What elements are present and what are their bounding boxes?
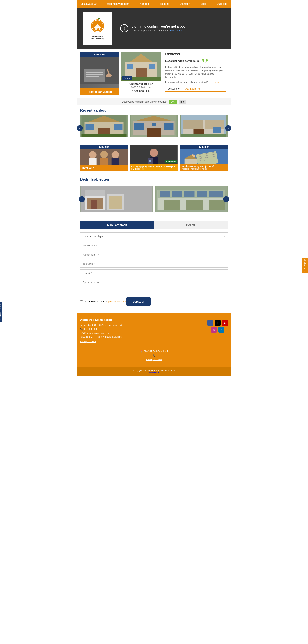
footer-privacy-link[interactable]: Privacy Contact: [80, 340, 96, 343]
carousel-items: [80, 115, 228, 137]
learn-more-link[interactable]: Learn more: [169, 29, 182, 32]
form-section: Maak afspraak Bel mij Kies een vestiging…: [77, 216, 231, 313]
promo-klik-hier-1: Klik hier: [80, 144, 128, 149]
footer-left: Appletree Makelaardij Julianastraat 64 |…: [80, 318, 208, 343]
svg-rect-10: [84, 70, 105, 82]
svg-rect-29: [81, 134, 126, 137]
bedrijfs-prev-button[interactable]: ‹: [79, 196, 85, 202]
svg-rect-84: [209, 200, 226, 210]
svg-rect-27: [86, 124, 94, 130]
svg-point-55: [149, 160, 151, 162]
cookie-text: Deze website maakt gebruik van cookies.: [122, 100, 167, 103]
list-item[interactable]: [180, 115, 228, 137]
list-item[interactable]: [80, 115, 128, 137]
form-tab-bel[interactable]: Bel mij: [154, 221, 228, 229]
featured-property-image: Nieuw: [121, 52, 161, 81]
tab-aankoop[interactable]: Aankoop (7): [183, 86, 202, 92]
nav-item-blog[interactable]: Blog: [199, 2, 208, 5]
rating-label: Beoordelingen gemiddelde: [165, 59, 200, 62]
privacy-link[interactable]: privacyverklaring: [108, 300, 126, 303]
opmerkingen-input[interactable]: [80, 278, 228, 295]
vestiging-select[interactable]: Kies een vestiging...: [80, 232, 228, 240]
footer-social: f ✕ ▶ ◉ in: [208, 318, 228, 332]
footer-bottom: Copyright © Appletree Makelaardij 2018-2…: [77, 367, 231, 376]
privacy-checkbox[interactable]: [80, 300, 83, 303]
nav-item-aanbod[interactable]: Aanbod: [138, 2, 151, 5]
svg-rect-83: [186, 200, 203, 210]
footer-disclaimer-link[interactable]: Disclaimer: [149, 372, 159, 374]
house3-svg: [180, 115, 228, 137]
nav-item-over-ons[interactable]: Over ons: [215, 2, 229, 5]
taxatie-label: Taxatie aanvragen: [80, 88, 119, 95]
logo-svg: [89, 17, 106, 34]
promo-over-ons-label: Over ons: [80, 165, 128, 171]
nav-phone[interactable]: 085 303 43 00: [79, 2, 98, 5]
footer-copyright: Copyright © Appletree Makelaardij 2018-2…: [133, 369, 175, 372]
property-address: 3068 RB Rotterdam: [121, 86, 161, 88]
instagram-icon[interactable]: ◉: [211, 327, 217, 332]
lees-meer-link[interactable]: Lees meer.: [208, 81, 220, 83]
list-item[interactable]: [130, 115, 178, 137]
svg-rect-36: [152, 123, 156, 126]
svg-rect-39: [183, 120, 203, 129]
footer-email[interactable]: info@appletreemakelaardij.nl: [80, 331, 208, 336]
nav-item-diensten[interactable]: Diensten: [178, 2, 192, 5]
form-tabs: Maak afspraak Bel mij: [80, 221, 228, 229]
telefoon-input[interactable]: [80, 260, 228, 268]
promo-grid: Klik hier Over ons: [77, 142, 231, 174]
bedrijfsobjecten-title: Bedrijfsobjecten: [77, 174, 231, 184]
linkedin-icon[interactable]: in: [218, 327, 224, 332]
footer-location2: 📍 3262 JA Oud-Beijerland 📞 Privacy Conta…: [80, 350, 228, 362]
svg-point-52: [150, 149, 158, 157]
privacy-row: Ik ga akkoord met de privacyverklaring V…: [80, 298, 228, 306]
cookie-bar: Deze website maakt gebruik van cookies. …: [77, 98, 231, 105]
svg-rect-77: [160, 191, 170, 197]
carousel-prev-button[interactable]: ‹: [77, 125, 83, 131]
twitter-icon[interactable]: ✕: [215, 320, 220, 326]
promo-over-ons[interactable]: Klik hier Over ons: [80, 144, 128, 171]
svg-rect-35: [164, 123, 173, 130]
recent-aanbod-title: Recent aanbod: [77, 105, 231, 115]
cookie-ok-button[interactable]: OK!: [169, 100, 177, 104]
footer-privacy-link2[interactable]: Privacy Contact: [146, 358, 162, 361]
carousel-next-button[interactable]: ›: [225, 125, 231, 131]
social-icons: f ✕ ▶: [208, 320, 228, 326]
property-showcase: Klik hier Taxatie aanvragen: [77, 49, 231, 98]
list-item[interactable]: [80, 186, 153, 212]
svg-rect-78: [172, 191, 182, 197]
taxatie-banner[interactable]: Klik hier Taxatie aanvragen: [80, 52, 119, 95]
promo-klik-hier-2: Klik hier: [180, 144, 228, 149]
bedrijfs-item-1-image: [80, 186, 153, 212]
promo-verduurzaming-label: Verduurzaming van je huis? Appletree Mak…: [180, 164, 228, 171]
promo-verduurzaming[interactable]: Klik hier Verduurzaming van je huis?: [180, 144, 228, 171]
property-price: € 560.000,- k.k.: [121, 90, 161, 92]
youtube-icon[interactable]: ▶: [222, 320, 228, 326]
tab-verkoop[interactable]: Verkoop (6): [165, 86, 183, 91]
featured-property[interactable]: Nieuw Christoffelkruid 17 3068 RB Rotter…: [121, 52, 161, 95]
cookie-info-button[interactable]: Info: [179, 100, 186, 104]
submit-button[interactable]: Verstuur: [126, 298, 150, 306]
svg-rect-42: [213, 127, 221, 133]
bedrijfs-item-2-image: [155, 186, 228, 212]
bedrijfsobjecten-section: ‹: [77, 184, 231, 216]
list-item[interactable]: [155, 186, 228, 212]
facebook-icon[interactable]: f: [208, 320, 213, 326]
nav-item-taxaties[interactable]: Taxaties: [158, 2, 171, 5]
nieuw-badge: Nieuw: [122, 76, 132, 80]
svg-rect-69: [85, 190, 105, 196]
bedrijfs-carousel: ‹: [80, 186, 228, 212]
svg-rect-79: [184, 191, 195, 197]
bedrijfs-items: [80, 186, 228, 212]
bedrijfs-next-button[interactable]: ›: [223, 196, 229, 202]
promo-korting[interactable]: Korting op je hypotheekrente, zo makkeli…: [130, 144, 178, 171]
carousel-item-image: [180, 115, 228, 137]
nav-item-verkopen[interactable]: Mijn huis verkopen: [105, 2, 131, 5]
company-logo[interactable]: Appletree Makelaardij: [83, 12, 112, 45]
svg-rect-33: [146, 128, 161, 137]
form-tab-afspraak[interactable]: Maak afspraak: [80, 221, 154, 229]
footer-company-name: Appletree Makelaardij: [80, 318, 208, 322]
achternaam-input[interactable]: [80, 251, 228, 258]
voornaam-input[interactable]: [80, 242, 228, 249]
svg-rect-21: [149, 64, 155, 70]
email-input[interactable]: [80, 269, 228, 277]
